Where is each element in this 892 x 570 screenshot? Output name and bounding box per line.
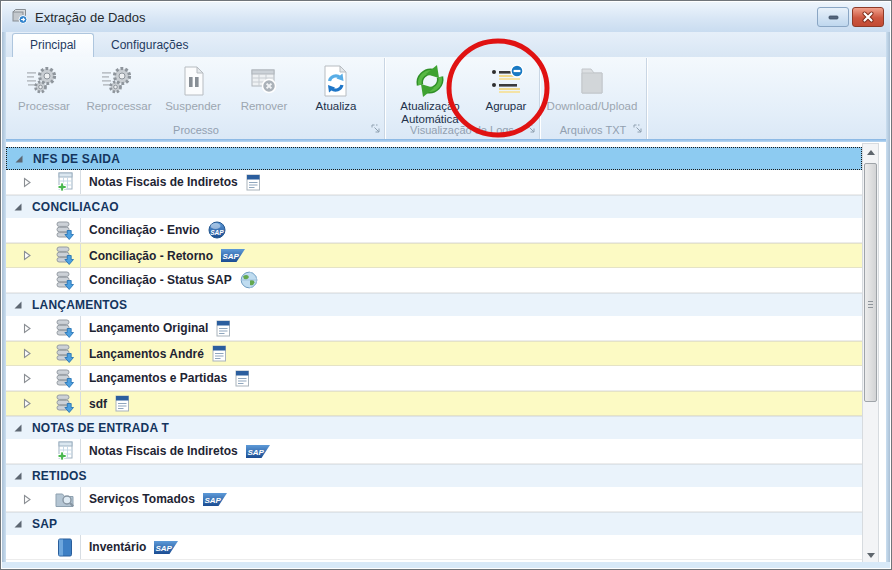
item-row-notas-fiscais-de-indiretos[interactable]: Notas Fiscais de Indiretos SAP xyxy=(6,439,862,464)
collapse-icon[interactable] xyxy=(13,519,23,529)
svg-text:SAP: SAP xyxy=(223,252,240,261)
scroll-up-button[interactable] xyxy=(863,144,878,160)
item-row-conciliacao-envio[interactable]: Conciliação - Envio SAP xyxy=(6,218,862,243)
group-label: RETIDOS xyxy=(32,469,87,483)
ribbon-button-download-upload[interactable]: Download/Upload xyxy=(540,58,644,113)
item-row-notas-fiscais-de-indiretos[interactable]: Notas Fiscais de Indiretos xyxy=(6,170,862,195)
window-border-bottom xyxy=(2,562,890,568)
table-add-icon xyxy=(48,172,80,193)
title-bar: Extração de Dados xyxy=(2,2,890,33)
expand-icon[interactable] xyxy=(6,373,48,384)
row-label: Notas Fiscais de Indiretos xyxy=(89,175,238,189)
window-border-left xyxy=(2,32,6,568)
ribbon-button-label: Atualização Automática xyxy=(385,100,475,126)
window-border-right xyxy=(886,32,890,568)
expand-icon[interactable] xyxy=(6,494,48,505)
collapse-icon[interactable] xyxy=(14,154,24,164)
ribbon-toolbar: Processar Reprocessar Suspender Remover … xyxy=(6,57,886,139)
row-text-cell: Conciliação - Retorno SAP xyxy=(80,244,862,267)
ribbon-button-suspender[interactable]: Suspender xyxy=(158,58,228,113)
tree-list: NFS DE SAIDA Notas Fiscais de Indiretos … xyxy=(6,142,862,564)
ribbon-button-label: Processar xyxy=(18,100,70,113)
close-icon xyxy=(862,11,874,23)
scroll-down-button[interactable] xyxy=(863,547,878,563)
expand-icon[interactable] xyxy=(6,398,48,409)
minimize-button[interactable] xyxy=(817,7,849,27)
group-row-retidos[interactable]: RETIDOS xyxy=(6,464,862,487)
collapse-icon[interactable] xyxy=(13,300,23,310)
scroll-down-icon xyxy=(867,553,875,558)
group-row-conciliacao[interactable]: CONCILIACAO xyxy=(6,195,862,218)
group-row-sap[interactable]: SAP xyxy=(6,512,862,535)
txt-doc-icon xyxy=(115,395,130,412)
item-row-conciliacao-retorno[interactable]: Conciliação - Retorno SAP xyxy=(6,243,862,268)
txt-doc-icon xyxy=(246,174,261,191)
sap-globe-icon: SAP xyxy=(208,221,226,239)
item-row-lancamentos-e-partidas[interactable]: Lançamentos e Partidas xyxy=(6,366,862,391)
sap-logo-icon: SAP xyxy=(203,493,227,506)
item-row-conciliacao-status-sap[interactable]: Conciliação - Status SAP xyxy=(6,268,862,293)
svg-text:SAP: SAP xyxy=(156,543,173,552)
expand-icon[interactable] xyxy=(6,348,48,359)
group-row-notas-de-entrada-t[interactable]: NOTAS DE ENTRADA T xyxy=(6,416,862,439)
group-label: CONCILIACAO xyxy=(32,200,119,214)
collapse-icon[interactable] xyxy=(13,202,23,212)
row-label: Conciliação - Envio xyxy=(89,223,200,237)
item-row-lancamentos-andre[interactable]: Lançamentos André xyxy=(6,341,862,366)
ribbon-group-caption: Processo xyxy=(8,124,384,137)
app-icon xyxy=(10,7,28,28)
ribbon-group-caption: Visualização de Logs xyxy=(385,124,539,137)
row-text-cell: sdf xyxy=(80,392,862,415)
collapse-icon[interactable] xyxy=(13,471,23,481)
scrollbar-thumb[interactable] xyxy=(864,163,877,402)
item-row-inventario[interactable]: Inventário SAP xyxy=(6,535,862,560)
ribbon-button-atualiza[interactable]: Atualiza xyxy=(300,58,372,113)
ribbon-button-reprocessar[interactable]: Reprocessar xyxy=(80,58,158,113)
table-remove-icon xyxy=(247,62,281,100)
dialog-launcher-icon[interactable] xyxy=(633,124,643,136)
sap-logo-icon: SAP xyxy=(221,249,245,262)
tab-principal[interactable]: Principal xyxy=(12,33,94,57)
item-row-sdf[interactable]: sdf xyxy=(6,391,862,416)
tab-configuracoes[interactable]: Configurações xyxy=(94,34,205,57)
gears-icon xyxy=(26,62,62,100)
expand-icon[interactable] xyxy=(6,250,48,261)
sap-logo-icon: SAP xyxy=(154,541,178,554)
ribbon-group-arquivos-txt: Download/UploadArquivos TXT xyxy=(540,58,647,139)
ribbon-group-visualizacao-de-logs: Atualização Automática AgruparVisualizaç… xyxy=(385,58,540,139)
gears-icon xyxy=(101,62,137,100)
scroll-up-icon xyxy=(867,150,875,155)
ribbon-button-agrupar[interactable]: Agrupar xyxy=(475,58,537,113)
ribbon-button-atualizacao-automatica[interactable]: Atualização Automática xyxy=(385,58,475,126)
dialog-launcher-icon[interactable] xyxy=(371,124,381,136)
db-down-icon xyxy=(48,245,80,266)
expand-icon[interactable] xyxy=(6,323,48,334)
txt-doc-icon xyxy=(216,320,231,337)
expand-icon[interactable] xyxy=(6,177,48,188)
txt-doc-icon xyxy=(235,370,250,387)
item-row-lancamento-original[interactable]: Lançamento Original xyxy=(6,316,862,341)
row-text-cell: Conciliação - Status SAP xyxy=(80,268,862,292)
row-label: Conciliação - Status SAP xyxy=(89,273,232,287)
row-label: Inventário xyxy=(89,540,146,554)
ribbon-button-remover[interactable]: Remover xyxy=(228,58,300,113)
sap-logo-icon: SAP xyxy=(246,445,270,458)
ribbon-button-processar[interactable]: Processar xyxy=(8,58,80,113)
row-label: sdf xyxy=(89,397,107,411)
row-text-cell: Conciliação - Envio SAP xyxy=(80,218,862,242)
collapse-icon[interactable] xyxy=(13,423,23,433)
row-label: Conciliação - Retorno xyxy=(89,249,213,263)
row-label: Serviços Tomados xyxy=(89,492,195,506)
row-label: Lançamentos André xyxy=(89,347,204,361)
close-button[interactable] xyxy=(852,7,884,27)
db-down-icon xyxy=(48,393,80,414)
group-row-nfs-de-saida[interactable]: NFS DE SAIDA xyxy=(6,147,862,170)
dialog-launcher-icon[interactable] xyxy=(526,124,536,136)
item-row-servicos-tomados[interactable]: Serviços Tomados SAP xyxy=(6,487,862,512)
globe-icon xyxy=(240,271,258,289)
ribbon-button-label: Remover xyxy=(241,100,288,113)
folder-search-icon xyxy=(48,489,80,510)
group-row-lancamentos[interactable]: LANÇAMENTOS xyxy=(6,293,862,316)
vertical-scrollbar[interactable] xyxy=(862,143,879,564)
row-text-cell: Inventário SAP xyxy=(80,535,862,559)
